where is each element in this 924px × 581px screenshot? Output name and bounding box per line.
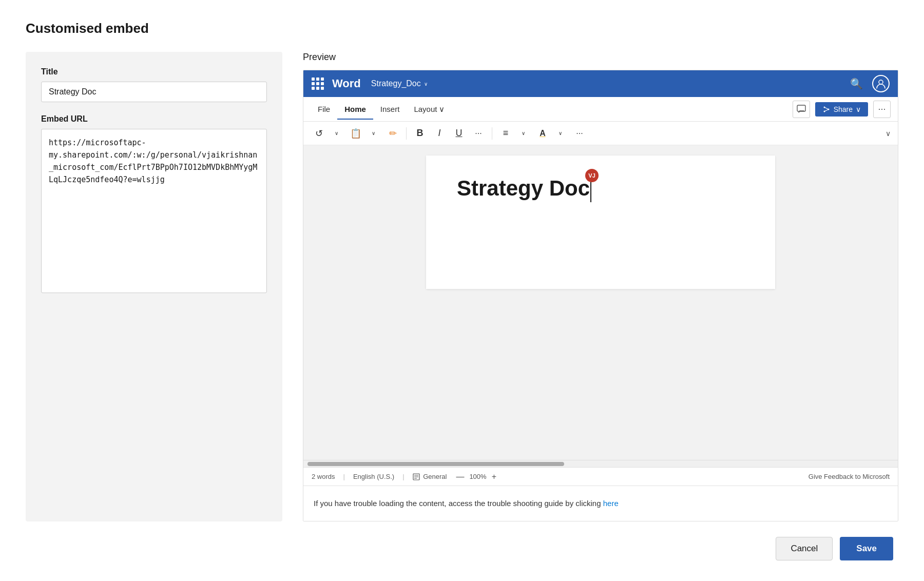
- italic-button[interactable]: I: [431, 125, 448, 142]
- trouble-here-link[interactable]: here: [603, 499, 619, 508]
- word-status-bar: 2 words | English (U.S.) | General — 100…: [303, 467, 898, 486]
- font-color-button[interactable]: A: [534, 125, 551, 142]
- title-input[interactable]: [41, 82, 267, 102]
- svg-point-0: [879, 80, 883, 84]
- word-format-bar: ↺ ∨ 📋 ∨ ✏ B I U ··· ≡ ∨ A: [303, 122, 898, 145]
- apps-icon[interactable]: [312, 78, 324, 90]
- word-app-name: Word: [332, 77, 361, 90]
- word-menu-bar: File Home Insert Layout ∨: [303, 97, 898, 122]
- share-button[interactable]: Share ∨: [815, 102, 868, 117]
- bottom-actions: Cancel Save: [26, 537, 898, 560]
- right-panel: Preview Word Strategy_Doc ∨ 🔍: [303, 52, 898, 521]
- zoom-in-button[interactable]: +: [491, 472, 497, 481]
- menu-layout[interactable]: Layout ∨: [407, 102, 452, 117]
- word-header-right: 🔍: [850, 75, 890, 92]
- format-divider-2: [492, 127, 492, 140]
- toolbar-right: Share ∨ ···: [793, 101, 891, 118]
- share-chevron-icon: ∨: [856, 105, 861, 113]
- undo-chevron[interactable]: ∨: [328, 125, 344, 142]
- comment-button[interactable]: [793, 101, 810, 118]
- editor-mode: General: [413, 473, 447, 481]
- menu-home[interactable]: Home: [337, 102, 373, 117]
- word-embed: Word Strategy_Doc ∨ 🔍: [303, 70, 898, 521]
- embed-url-label: Embed URL: [41, 114, 267, 124]
- underline-button[interactable]: U: [451, 125, 467, 142]
- save-button[interactable]: Save: [840, 537, 893, 560]
- paste-chevron[interactable]: ∨: [365, 125, 381, 142]
- more-format-button-2[interactable]: ···: [571, 125, 588, 142]
- language-status: English (U.S.): [353, 473, 394, 480]
- font-color-group: A ∨: [534, 125, 568, 142]
- embed-url-textarea[interactable]: https://microsoftapc-my.sharepoint.com/:…: [41, 129, 267, 293]
- cancel-button[interactable]: Cancel: [776, 537, 833, 560]
- toolbar-menu: File Home Insert Layout ∨: [311, 102, 452, 117]
- zoom-controls: — 100% +: [455, 472, 497, 481]
- align-group: ≡ ∨: [497, 125, 531, 142]
- word-doc-area: Strategy Doc VJ: [303, 145, 898, 460]
- word-count: 2 words: [312, 473, 335, 480]
- align-chevron[interactable]: ∨: [515, 125, 531, 142]
- user-presence-badge: VJ: [585, 169, 599, 182]
- user-avatar[interactable]: [872, 75, 890, 92]
- doc-name-chevron-icon[interactable]: ∨: [424, 81, 428, 87]
- word-page: Strategy Doc VJ: [426, 156, 775, 289]
- search-icon[interactable]: 🔍: [850, 78, 863, 90]
- align-button[interactable]: ≡: [497, 125, 514, 142]
- layout-chevron-icon: ∨: [439, 105, 445, 114]
- title-label: Title: [41, 67, 267, 76]
- left-panel: Title Embed URL https://microsoftapc-my.…: [26, 52, 282, 521]
- zoom-level: 100%: [469, 473, 486, 480]
- menu-file[interactable]: File: [311, 102, 337, 117]
- undo-button[interactable]: ↺: [311, 125, 327, 142]
- page-title: Customised embed: [26, 21, 898, 36]
- status-separator-2: |: [402, 473, 404, 480]
- scrollbar-thumb[interactable]: [307, 462, 564, 466]
- trouble-text: If you have trouble loading the content,…: [314, 499, 601, 508]
- paste-button[interactable]: 📋: [348, 125, 364, 142]
- more-options-button[interactable]: ···: [873, 101, 891, 118]
- feedback-link[interactable]: Give Feedback to Microsoft: [808, 473, 890, 480]
- trouble-loading-bar: If you have trouble loading the content,…: [303, 486, 898, 521]
- paste-group: 📋 ∨: [348, 125, 381, 142]
- word-doc-name[interactable]: Strategy_Doc ∨: [371, 79, 428, 88]
- preview-label: Preview: [303, 52, 898, 63]
- undo-group: ↺ ∨: [311, 125, 344, 142]
- zoom-out-button[interactable]: —: [455, 472, 465, 481]
- horizontal-scrollbar[interactable]: [303, 460, 898, 467]
- status-separator-1: |: [343, 473, 345, 480]
- collapse-ribbon-button[interactable]: ∨: [886, 129, 891, 138]
- format-divider-1: [406, 127, 407, 140]
- word-header-bar: Word Strategy_Doc ∨ 🔍: [303, 70, 898, 97]
- menu-insert[interactable]: Insert: [373, 102, 407, 117]
- svg-line-6: [824, 109, 829, 111]
- svg-rect-1: [797, 105, 805, 111]
- highlight-button[interactable]: ✏: [384, 125, 401, 142]
- more-format-button-1[interactable]: ···: [470, 125, 487, 142]
- main-layout: Title Embed URL https://microsoftapc-my.…: [26, 52, 898, 521]
- doc-title: Strategy Doc VJ: [457, 176, 591, 202]
- bold-button[interactable]: B: [412, 125, 428, 142]
- font-color-chevron[interactable]: ∨: [552, 125, 568, 142]
- svg-line-5: [824, 107, 829, 109]
